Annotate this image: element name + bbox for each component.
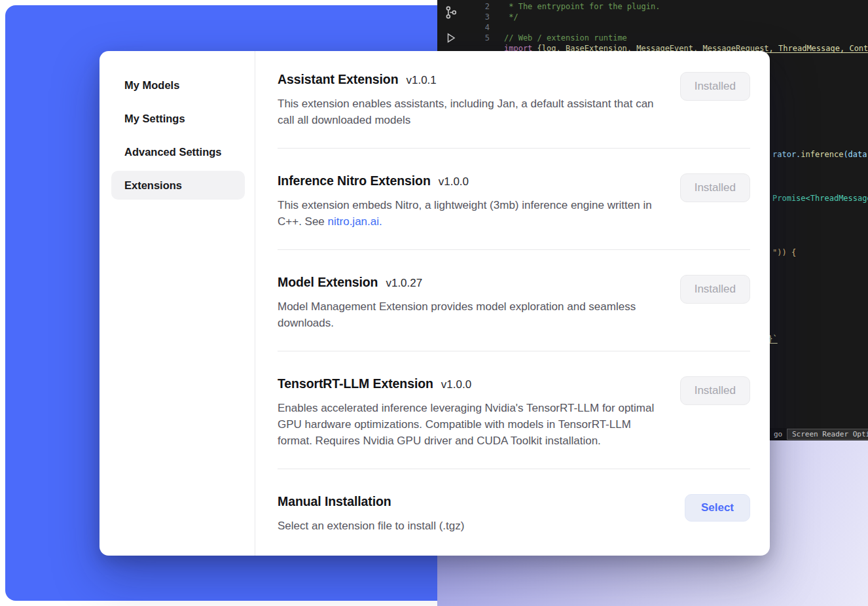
sidebar-item-my-models[interactable]: My Models (111, 71, 245, 99)
line-number: 2 (437, 1, 490, 12)
extension-version: v1.0.27 (386, 277, 422, 290)
installed-button[interactable]: Installed (680, 72, 750, 101)
sidebar-item-advanced-settings[interactable]: Advanced Settings (111, 137, 245, 166)
screen-reader-status: Screen Reader Optimized (787, 429, 868, 440)
extension-info: Assistant Extension v1.0.1 This extensio… (278, 72, 664, 128)
settings-sidebar: My Models My Settings Advanced Settings … (99, 51, 255, 556)
extension-title-line: Assistant Extension v1.0.1 (278, 72, 664, 90)
row-divider (278, 249, 750, 250)
extension-info: TensortRT-LLM Extension v1.0.0 Enables a… (278, 376, 664, 449)
extension-description: This extension enables assistants, inclu… (278, 96, 664, 128)
code-text: // Web / extension runtime (504, 33, 627, 43)
installed-button[interactable]: Installed (680, 376, 750, 405)
extension-row-model: Model Extension v1.0.27 Model Management… (278, 275, 750, 331)
code-text: * The entrypoint for the plugin. (504, 1, 660, 12)
extension-description: This extension embeds Nitro, a lightweig… (278, 197, 664, 230)
extension-title-line: Manual Installation (278, 494, 464, 512)
code-line: 2 * The entrypoint for the plugin. (437, 1, 868, 12)
manual-installation-title: Manual Installation (278, 494, 391, 509)
line-number: 5 (437, 33, 490, 43)
extension-title-line: Model Extension v1.0.27 (278, 275, 664, 293)
extension-title-line: TensortRT-LLM Extension v1.0.0 (278, 376, 664, 394)
extension-row-tensorrt: TensortRT-LLM Extension v1.0.0 Enables a… (278, 376, 750, 449)
extension-description: Model Management Extension provides mode… (278, 298, 664, 331)
extension-version: v1.0.0 (439, 175, 469, 188)
sidebar-item-my-settings[interactable]: My Settings (111, 104, 245, 133)
extension-title: Inference Nitro Extension (278, 173, 431, 188)
extensions-panel: Assistant Extension v1.0.1 This extensio… (255, 51, 770, 556)
line-number: 4 (437, 22, 490, 33)
extension-info: Model Extension v1.0.27 Model Management… (278, 275, 664, 331)
extension-title: Model Extension (278, 275, 378, 290)
row-divider (278, 351, 750, 351)
extension-info: Inference Nitro Extension v1.0.0 This ex… (278, 173, 664, 230)
line-number: 3 (437, 12, 490, 22)
extension-description: Enables accelerated inference leveraging… (278, 400, 664, 449)
code-fragment: rator.inference(data)); (772, 150, 868, 159)
select-file-button[interactable]: Select (685, 494, 750, 522)
row-divider (278, 469, 750, 469)
code-editor-content: 2 * The entrypoint for the plugin. 3 */ … (437, 1, 868, 54)
extension-title: TensortRT-LLM Extension (278, 376, 433, 391)
manual-installation-description: Select an extension file to install (.tg… (278, 518, 464, 534)
extension-title-line: Inference Nitro Extension v1.0.0 (278, 173, 664, 191)
code-fragment: Promise<ThreadMessage> (772, 194, 868, 203)
code-line: 3 */ (437, 12, 868, 22)
installed-button[interactable]: Installed (680, 173, 750, 202)
installed-button[interactable]: Installed (680, 275, 750, 304)
status-language-label: go (774, 430, 782, 438)
code-text: */ (504, 12, 518, 22)
sidebar-item-extensions[interactable]: Extensions (111, 171, 245, 200)
extension-info: Manual Installation Select an extension … (278, 494, 464, 534)
settings-card: My Models My Settings Advanced Settings … (99, 51, 770, 556)
code-line: 5 // Web / extension runtime (437, 33, 868, 43)
extension-row-assistant: Assistant Extension v1.0.1 This extensio… (278, 72, 750, 128)
manual-installation-row: Manual Installation Select an extension … (278, 494, 750, 534)
extension-title: Assistant Extension (278, 72, 398, 87)
code-fragment: ")) { (772, 248, 796, 257)
extension-version: v1.0.1 (406, 74, 436, 87)
nitro-link[interactable]: nitro.jan.ai. (328, 215, 382, 228)
code-line: 4 (437, 22, 868, 33)
row-divider (278, 148, 750, 149)
extension-version: v1.0.0 (441, 378, 471, 391)
desktop: 2 * The entrypoint for the plugin. 3 */ … (0, 0, 868, 606)
extension-row-nitro: Inference Nitro Extension v1.0.0 This ex… (278, 173, 750, 230)
